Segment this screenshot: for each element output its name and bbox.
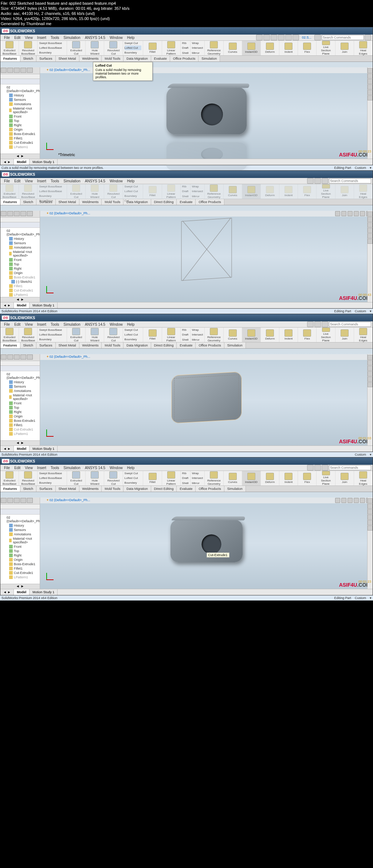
livesection-button[interactable]: LiveSection Plane bbox=[317, 41, 335, 55]
join-button[interactable]: Join bbox=[335, 41, 354, 55]
viewport[interactable]: + 02 (Default<<Default>_Ph... *Trimetric… bbox=[40, 67, 373, 159]
tab-sheetmetal[interactable]: Sheet Metal bbox=[56, 56, 79, 62]
tb-print-icon[interactable] bbox=[278, 35, 284, 40]
triad-icon bbox=[44, 428, 55, 439]
cut-extras[interactable]: Swept CutLofted CutBoundary Cut bbox=[123, 41, 144, 55]
extruded-boss-button[interactable]: ExtrudedBoss/Base bbox=[0, 41, 19, 55]
shape-list[interactable]: RibDraftShell bbox=[181, 41, 191, 55]
search-input[interactable] bbox=[329, 178, 371, 183]
shape-list2[interactable]: WrapIntersectMirror bbox=[191, 41, 205, 55]
instant3d-button[interactable]: Instant3D bbox=[242, 41, 261, 55]
menu-item[interactable]: ANSYS 14.5 bbox=[83, 36, 107, 40]
search-input[interactable] bbox=[329, 322, 371, 327]
meta-video: Video: h264, yuv420p, 1280x720, 286 kb/s… bbox=[1, 16, 372, 21]
heal-button[interactable]: HealEdges bbox=[354, 41, 373, 55]
search-icon[interactable] bbox=[314, 35, 321, 40]
tree-item[interactable]: Material <not specified> bbox=[1, 106, 39, 114]
tree-item[interactable]: History bbox=[1, 93, 39, 98]
model-body[interactable] bbox=[171, 372, 242, 424]
btab-motion[interactable]: Motion Study 1 bbox=[30, 159, 58, 165]
zoom-fit-icon[interactable] bbox=[335, 498, 340, 503]
tree-mode-icons[interactable] bbox=[0, 67, 40, 74]
tb-open-icon[interactable] bbox=[263, 35, 270, 40]
tab-moldtools[interactable]: Mold Tools bbox=[102, 56, 123, 62]
tab-weldments[interactable]: Weldments bbox=[79, 56, 102, 62]
tab-features[interactable]: Features bbox=[0, 199, 20, 205]
tree-nav[interactable]: ◄ ► bbox=[0, 154, 40, 159]
tab-datamig[interactable]: Data Migration bbox=[123, 56, 151, 62]
section-icon[interactable] bbox=[360, 211, 365, 216]
breadcrumb[interactable]: + 02 (Default<<Default>_Ph... bbox=[47, 68, 90, 72]
tb-icon[interactable] bbox=[307, 178, 314, 184]
extruded-cut-button[interactable]: ExtrudedCut bbox=[67, 41, 86, 55]
search-input[interactable] bbox=[322, 35, 364, 40]
zoom-area-icon[interactable] bbox=[341, 211, 346, 216]
tooltip-body: Cuts a solid model by removing material … bbox=[95, 68, 150, 79]
tooltip-title: Lofted Cut bbox=[95, 64, 150, 67]
viewport[interactable]: + 02 (Default<<Default>_Ph... Cut-Extrud… bbox=[40, 498, 373, 589]
model-body[interactable] bbox=[166, 87, 247, 135]
refgeo-button[interactable]: ReferenceGeometry bbox=[205, 41, 223, 55]
tree-item[interactable]: Annotations bbox=[1, 102, 39, 106]
tree-item[interactable]: Top bbox=[1, 119, 39, 123]
tree-root[interactable]: 02 (Default<<Default>_PhotoW... bbox=[1, 85, 39, 93]
tree-item[interactable]: Sensors bbox=[1, 98, 39, 102]
viewport[interactable]: + 02 (Default<<Default>_Ph... ASIF4U.COM… bbox=[40, 211, 373, 302]
menu-item[interactable]: File bbox=[2, 179, 12, 183]
tree-item[interactable]: Right bbox=[1, 123, 39, 127]
tree-item[interactable]: Fillet1 bbox=[1, 136, 39, 140]
hole-wizard-button[interactable]: HoleWizard bbox=[86, 41, 104, 55]
tb-save-icon[interactable] bbox=[271, 35, 277, 40]
view-orient-icon[interactable] bbox=[348, 211, 353, 216]
revolved-cut-button[interactable]: RevolvedCut bbox=[104, 41, 123, 55]
meta-audio: Audio: aac, 44100 Hz, 2 channels, s16, 6… bbox=[1, 11, 372, 16]
frame-3: DSSOLIDWORKS FileEditViewInsertToolsSimu… bbox=[0, 314, 373, 452]
tab-office[interactable]: Office Products bbox=[170, 56, 199, 62]
menu-item[interactable]: Simulation bbox=[61, 36, 83, 40]
pattern-button[interactable]: LinearPattern bbox=[162, 41, 181, 55]
indent-button[interactable]: Indent bbox=[279, 41, 298, 55]
meta-gen: Generated by Thumbnail me bbox=[1, 21, 372, 26]
triad-icon bbox=[44, 571, 55, 582]
fillet-button[interactable]: Fillet bbox=[143, 41, 162, 55]
tb-new-icon[interactable] bbox=[256, 35, 263, 40]
tab-evaluate[interactable]: Evaluate bbox=[151, 56, 170, 62]
menu-item[interactable]: Tools bbox=[48, 36, 61, 40]
tab-sketch[interactable]: Sketch bbox=[20, 56, 37, 62]
tree-item[interactable]: Boss-Extrude1 bbox=[1, 132, 39, 136]
zoom-fit-icon[interactable] bbox=[335, 211, 340, 216]
menu-item[interactable]: View bbox=[23, 36, 35, 40]
tree-root[interactable]: 02 (Default<<Default>_PhotoW... bbox=[1, 229, 39, 237]
help-icon[interactable] bbox=[365, 35, 371, 40]
flex-button[interactable]: Flex bbox=[298, 41, 317, 55]
menu-item[interactable]: Insert bbox=[35, 36, 48, 40]
tooltip-lofted-cut: Lofted Cut Cuts a solid model by removin… bbox=[93, 62, 153, 81]
tab-features[interactable]: Features bbox=[0, 56, 20, 62]
tb-options-icon[interactable] bbox=[292, 35, 299, 40]
viewport[interactable]: + 02 (Default<<Default>_Ph... ASIF4U.COM… bbox=[40, 354, 373, 446]
revolved-boss-button[interactable]: RevolvedBoss/Base bbox=[19, 41, 38, 55]
task-pane[interactable] bbox=[367, 67, 373, 160]
boss-extras[interactable]: Swept Boss/BaseLofted Boss/BaseBoundary … bbox=[38, 41, 67, 55]
tb-rebuild-icon[interactable] bbox=[285, 35, 292, 40]
tab-simulation[interactable]: Simulation bbox=[199, 56, 220, 62]
tree-item[interactable]: Cut-Extrude1 bbox=[1, 140, 39, 145]
tree-item[interactable]: LPattern1 bbox=[1, 145, 39, 149]
menubar: File Edit View Insert Tools Simulation A… bbox=[0, 35, 373, 41]
menu-item[interactable]: Window bbox=[107, 36, 125, 40]
app-title: SOLIDWORKS bbox=[10, 29, 35, 33]
menu-item[interactable]: Help bbox=[125, 36, 137, 40]
curves-button[interactable]: Curves bbox=[224, 41, 242, 55]
btab-arrows[interactable]: ◄ ► bbox=[0, 159, 14, 165]
btab-model[interactable]: Model bbox=[14, 159, 30, 165]
sketch-rectangle[interactable] bbox=[181, 218, 232, 281]
menu-item[interactable]: File bbox=[2, 36, 12, 40]
tab-surfaces[interactable]: Surfaces bbox=[36, 56, 56, 62]
tree-item[interactable]: Origin bbox=[1, 127, 39, 132]
display-style-icon[interactable] bbox=[354, 211, 359, 216]
deform-button[interactable]: Deform bbox=[261, 41, 279, 55]
refgeo-button[interactable]: ReferenceGeometry bbox=[205, 184, 223, 199]
menu-item[interactable]: Edit bbox=[12, 36, 23, 40]
tree-item[interactable]: Front bbox=[1, 114, 39, 119]
search-input[interactable] bbox=[329, 465, 371, 470]
